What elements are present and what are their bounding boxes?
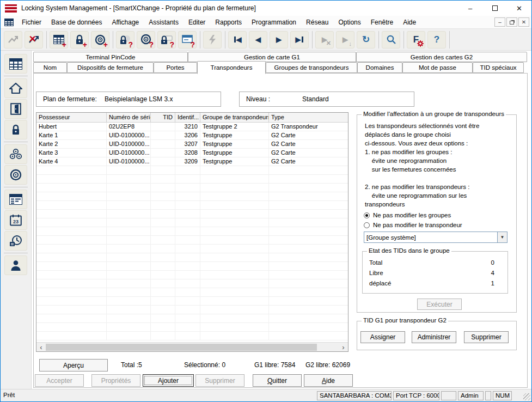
- last-record-icon: ▶: [296, 36, 301, 43]
- menu-reseau[interactable]: Réseau: [301, 16, 333, 29]
- radio-unselected-icon[interactable]: [364, 222, 370, 228]
- chevron-down-icon[interactable]: ▼: [497, 232, 507, 242]
- execute-button[interactable]: Exécuter: [417, 299, 462, 310]
- empty-row: [36, 314, 348, 323]
- tab-domaines[interactable]: Domaines: [357, 62, 402, 73]
- properties-button[interactable]: Propriétés: [91, 374, 140, 387]
- help-dialog-button[interactable]: Aide: [304, 374, 353, 387]
- new-lock-button[interactable]: +: [70, 31, 89, 48]
- next-record-button[interactable]: ▶: [270, 31, 288, 48]
- menu-fenetre[interactable]: Fenêtre: [366, 16, 398, 29]
- tab-portes[interactable]: Portes: [154, 62, 197, 73]
- sidebar-users-button[interactable]: [4, 255, 27, 275]
- mdi-minimize-button[interactable]: –: [494, 17, 505, 27]
- menu-assistants[interactable]: Assistants: [144, 16, 184, 29]
- maximize-button[interactable]: [482, 1, 507, 16]
- tab-tid-speciaux[interactable]: TID spéciaux: [473, 62, 524, 73]
- scrollbar-thumb[interactable]: [46, 344, 317, 351]
- sidebar-matrix-view-button[interactable]: [4, 190, 27, 209]
- table-row[interactable]: Karte 3UID-0100000...3208TestgruppeG2 Ca…: [36, 149, 348, 157]
- program-button[interactable]: [203, 31, 222, 48]
- col-numero-serie[interactable]: Numéro de série: [107, 113, 151, 122]
- horizontal-scrollbar[interactable]: ‹ ›: [36, 342, 348, 351]
- refresh-button[interactable]: ↻: [357, 31, 375, 48]
- col-possesseur[interactable]: Possesseur: [36, 113, 107, 122]
- disconnect-button[interactable]: ✕: [25, 31, 43, 48]
- tab-gestion-cartes-g2[interactable]: Gestion des cartes G2: [356, 52, 527, 62]
- delete-tid-button[interactable]: Supprimer: [464, 331, 509, 343]
- help-button[interactable]: ?: [427, 31, 446, 48]
- sidebar-transponder-groups-button[interactable]: [4, 144, 27, 164]
- close-button[interactable]: ✕: [507, 1, 531, 16]
- read-g1-card-button[interactable]: ?: [157, 31, 176, 48]
- save-record-icon: ▶: [343, 36, 348, 43]
- accept-button[interactable]: Accepter: [35, 374, 84, 387]
- radio-keep-transponder[interactable]: Ne pas modifier le transpondeur: [364, 221, 462, 229]
- search-button[interactable]: [382, 31, 400, 48]
- tab-terminal-pincode[interactable]: Terminal PinCode: [33, 52, 188, 62]
- menu-rapports[interactable]: Rapports: [210, 16, 247, 29]
- tab-nom[interactable]: Nom: [33, 62, 67, 73]
- read-window-button[interactable]: ?: [178, 31, 197, 48]
- minimize-button[interactable]: –: [458, 1, 482, 16]
- toolbar-separator: [200, 31, 200, 48]
- last-record-button[interactable]: ▶: [290, 31, 309, 48]
- sidebar-home-button[interactable]: [4, 78, 27, 98]
- sidebar-time-zone-button[interactable]: [4, 231, 27, 251]
- scroll-left-arrow-icon[interactable]: ‹: [36, 343, 46, 351]
- table-row[interactable]: Karte 2UID-0100000...3207TestgruppeG2 Ca…: [36, 140, 348, 149]
- col-identif[interactable]: Identif...: [175, 113, 200, 122]
- read-lock-button[interactable]: ?: [116, 31, 134, 48]
- resize-grip[interactable]: [523, 393, 530, 400]
- save-record-button[interactable]: ▶↓: [336, 31, 354, 48]
- menu-programmation[interactable]: Programmation: [247, 16, 301, 29]
- menu-editer[interactable]: Editer: [184, 16, 210, 29]
- tab-groupes-de-transpondeurs[interactable]: Groupes de transpondeurs: [266, 62, 357, 73]
- radio-selected-icon[interactable]: [364, 212, 370, 218]
- mdi-restore-button[interactable]: [506, 17, 517, 27]
- connect-button[interactable]: [4, 31, 22, 48]
- quit-button[interactable]: Quitter: [253, 374, 302, 387]
- close-icon: ✕: [516, 4, 522, 13]
- first-record-button[interactable]: ◀: [228, 31, 247, 48]
- empty-row: [36, 297, 348, 306]
- tab-mot-de-passe[interactable]: Mot de passe: [402, 62, 473, 73]
- new-locking-system-button[interactable]: +: [50, 31, 68, 48]
- table-row[interactable]: Karte 4UID-0100000...3209TestgruppeG2 Ca…: [36, 157, 348, 166]
- sidebar-locks-button[interactable]: [4, 120, 27, 139]
- transponder-table[interactable]: Possesseur Numéro de série TID Identif..…: [36, 112, 348, 352]
- col-groupe[interactable]: Groupe de transpondeurs: [200, 113, 269, 122]
- cancel-record-button[interactable]: ▶✕: [315, 31, 334, 48]
- table-body: Hubert02U2EP83210Testgruppe 2G2 Transpon…: [36, 123, 348, 342]
- add-button[interactable]: Ajouter: [143, 374, 194, 387]
- new-transponder-button[interactable]: +: [91, 31, 109, 48]
- menu-fichier[interactable]: Fichier: [17, 16, 46, 29]
- tab-transpondeurs[interactable]: Transpondeurs: [197, 61, 266, 74]
- radio-keep-groups[interactable]: Ne pas modifier les groupes: [364, 211, 451, 220]
- menu-aide[interactable]: Aide: [398, 16, 421, 29]
- statusbar: Prêt SANTABARBARA : COM3 Port TCP : 6000…: [1, 389, 531, 401]
- sidebar-matrix-button[interactable]: [4, 54, 27, 74]
- overview-button[interactable]: Aperçu: [39, 359, 108, 371]
- table-row[interactable]: Hubert02U2EP83210Testgruppe 2G2 Transpon…: [36, 123, 348, 131]
- delete-button[interactable]: Supprimer: [195, 374, 244, 387]
- table-row[interactable]: Karte 1UID-0100000...3206TestgruppeG2 Ca…: [36, 131, 348, 140]
- program-lightning-icon: [208, 34, 217, 45]
- scroll-right-arrow-icon[interactable]: ›: [339, 343, 348, 351]
- sidebar-transponders-button[interactable]: [4, 165, 27, 185]
- col-type[interactable]: Type: [269, 113, 348, 122]
- sidebar-doors-button[interactable]: [4, 99, 27, 119]
- tab-dispositifs-de-fermeture[interactable]: Dispositifs de fermeture: [67, 62, 154, 73]
- previous-record-button[interactable]: ◀: [249, 31, 267, 48]
- group-select[interactable]: [Groupe système] ▼: [364, 232, 507, 243]
- assign-button[interactable]: Assigner: [360, 331, 405, 343]
- mdi-close-button[interactable]: ✕: [518, 17, 529, 27]
- col-tid[interactable]: TID: [151, 113, 175, 122]
- filter-button[interactable]: F: [407, 31, 425, 48]
- sidebar-calendar-button[interactable]: 23: [4, 210, 27, 230]
- menu-base-de-donnees[interactable]: Base de données: [46, 16, 107, 29]
- menu-options[interactable]: Options: [333, 16, 365, 29]
- read-transponder-button[interactable]: ?: [137, 31, 155, 48]
- menu-affichage[interactable]: Affichage: [107, 16, 144, 29]
- administer-button[interactable]: Administrer: [412, 331, 456, 343]
